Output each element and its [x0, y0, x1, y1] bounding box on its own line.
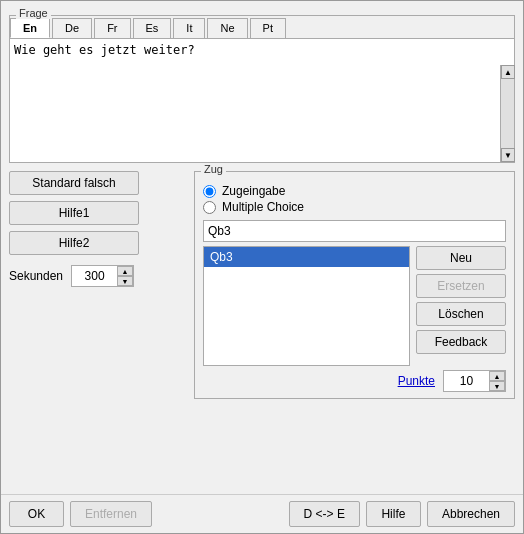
sekunden-input[interactable]	[72, 267, 117, 285]
sekunden-spinner-buttons: ▲ ▼	[117, 266, 133, 286]
zugeingabe-radio-row: Zugeingabe	[203, 184, 506, 198]
neu-button[interactable]: Neu	[416, 246, 506, 270]
footer-right: D <-> E Hilfe Abbrechen	[289, 501, 515, 527]
tab-fr[interactable]: Fr	[94, 18, 130, 38]
frage-textarea[interactable]	[10, 39, 514, 159]
sekunden-row: Sekunden ▲ ▼	[9, 265, 184, 287]
ersetzen-button[interactable]: Ersetzen	[416, 274, 506, 298]
hilfe1-button[interactable]: Hilfe1	[9, 201, 139, 225]
hilfe2-button[interactable]: Hilfe2	[9, 231, 139, 255]
move-list-row: Qb3 Neu Ersetzen Löschen Feedback	[203, 246, 506, 366]
move-list[interactable]: Qb3	[203, 246, 410, 366]
zug-input[interactable]	[203, 220, 506, 242]
hilfe-button[interactable]: Hilfe	[366, 501, 421, 527]
frage-label: Frage	[16, 7, 51, 19]
zugeingabe-label: Zugeingabe	[222, 184, 285, 198]
scroll-up-btn[interactable]: ▲	[501, 65, 515, 79]
tab-ne[interactable]: Ne	[207, 18, 247, 38]
punkte-row: Punkte ▲ ▼	[203, 370, 506, 392]
punkte-spin-up[interactable]: ▲	[489, 371, 505, 381]
tab-en[interactable]: En	[10, 18, 50, 38]
sekunden-spin-down[interactable]: ▼	[117, 276, 133, 286]
multiple-choice-label: Multiple Choice	[222, 200, 304, 214]
punkte-spinner-buttons: ▲ ▼	[489, 371, 505, 391]
language-tabs: En De Fr Es It Ne Pt	[10, 16, 514, 39]
multiple-choice-radio[interactable]	[203, 201, 216, 214]
punkte-spinner[interactable]: ▲ ▼	[443, 370, 506, 392]
footer: OK Entfernen D <-> E Hilfe Abbrechen	[1, 494, 523, 533]
tab-pt[interactable]: Pt	[250, 18, 286, 38]
sekunden-spinner[interactable]: ▲ ▼	[71, 265, 134, 287]
zugeingabe-radio[interactable]	[203, 185, 216, 198]
ok-button[interactable]: OK	[9, 501, 64, 527]
left-panel: Standard falsch Hilfe1 Hilfe2 Sekunden ▲…	[9, 171, 184, 490]
d-e-button[interactable]: D <-> E	[289, 501, 360, 527]
tab-es[interactable]: Es	[133, 18, 172, 38]
loeschen-button[interactable]: Löschen	[416, 302, 506, 326]
main-window: Frage En De Fr Es It Ne Pt ▲ ▼ Standard …	[0, 0, 524, 534]
tab-it[interactable]: It	[173, 18, 205, 38]
footer-left: OK Entfernen	[9, 501, 152, 527]
entfernen-button[interactable]: Entfernen	[70, 501, 152, 527]
zug-label: Zug	[201, 163, 226, 175]
main-content: Standard falsch Hilfe1 Hilfe2 Sekunden ▲…	[1, 167, 523, 494]
punkte-input[interactable]	[444, 372, 489, 390]
sekunden-label: Sekunden	[9, 269, 63, 283]
multiple-choice-radio-row: Multiple Choice	[203, 200, 506, 214]
feedback-button[interactable]: Feedback	[416, 330, 506, 354]
right-panel: Zug Zugeingabe Multiple Choice Qb3	[194, 171, 515, 490]
punkte-spin-down[interactable]: ▼	[489, 381, 505, 391]
list-item[interactable]: Qb3	[204, 247, 409, 267]
tab-de[interactable]: De	[52, 18, 92, 38]
scroll-down-btn[interactable]: ▼	[501, 148, 515, 162]
zug-section: Zug Zugeingabe Multiple Choice Qb3	[194, 171, 515, 399]
frage-section: Frage En De Fr Es It Ne Pt ▲ ▼	[9, 15, 515, 163]
sekunden-spin-up[interactable]: ▲	[117, 266, 133, 276]
scrollbar[interactable]: ▲ ▼	[500, 65, 514, 162]
move-buttons: Neu Ersetzen Löschen Feedback	[416, 246, 506, 366]
standard-falsch-button[interactable]: Standard falsch	[9, 171, 139, 195]
punkte-label[interactable]: Punkte	[398, 374, 435, 388]
abbrechen-button[interactable]: Abbrechen	[427, 501, 515, 527]
